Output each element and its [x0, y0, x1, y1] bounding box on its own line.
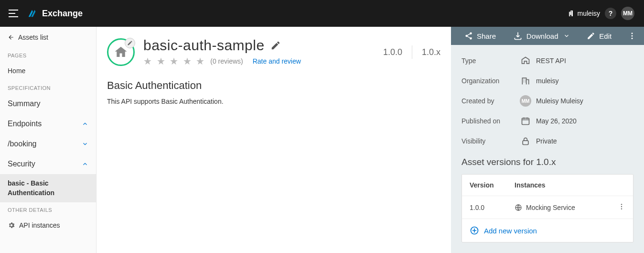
menu-toggle-button[interactable]: [0, 0, 27, 27]
creator-avatar: MM: [520, 95, 531, 107]
back-to-assets-link[interactable]: Assets list: [0, 27, 96, 48]
sidebar-item-summary[interactable]: Summary: [0, 94, 96, 114]
api-instances-label: API instances: [19, 221, 60, 229]
lock-icon: [519, 136, 532, 146]
main-content: basic-auth-sample ★ ★ ★ ★ ★ (0 reviews) …: [97, 27, 451, 253]
business-group-label: muleisy: [578, 10, 600, 17]
meta-row-published: Published on May 26, 2020: [462, 111, 633, 131]
svg-point-8: [621, 208, 622, 209]
business-group-selector[interactable]: muleisy: [567, 10, 600, 17]
download-icon: [513, 31, 523, 41]
calendar-icon: [519, 116, 532, 126]
meta-type-label: Type: [462, 57, 519, 65]
home-label: Home: [8, 67, 25, 75]
col-version: Version: [470, 181, 515, 189]
asset-title: basic-auth-sample: [143, 37, 265, 54]
meta-created-label: Created by: [462, 97, 519, 105]
basic-auth-label: basic - Basic Authentication: [8, 179, 88, 198]
exchange-logo-icon: [27, 8, 37, 19]
download-label: Download: [526, 32, 558, 40]
chevron-down-icon: [563, 33, 570, 39]
share-icon: [464, 32, 473, 40]
svg-point-1: [632, 35, 633, 37]
more-actions-button[interactable]: [624, 28, 640, 44]
sidebar-item-booking[interactable]: /booking: [0, 134, 96, 154]
topbar: Exchange muleisy ? MM: [0, 0, 644, 27]
version-row[interactable]: 1.0.0 Mocking Service: [462, 196, 633, 219]
sidebar-section-pages: PAGES: [0, 48, 96, 61]
meta-published-value: May 26, 2020: [536, 117, 577, 125]
svg-rect-3: [522, 118, 529, 124]
globe-icon: [515, 204, 522, 211]
meta-published-label: Published on: [462, 117, 519, 125]
metadata-panel: Type REST API Organization muleisy Creat…: [451, 45, 644, 253]
download-button[interactable]: Download: [508, 28, 575, 44]
avatar-initials: MM: [623, 10, 633, 17]
share-button[interactable]: Share: [460, 29, 501, 43]
svg-rect-4: [523, 141, 528, 144]
more-vertical-icon: [628, 32, 636, 40]
svg-point-0: [632, 33, 633, 34]
sidebar-item-basic-auth[interactable]: basic - Basic Authentication: [0, 174, 96, 202]
asset-versions-heading: Asset versions for 1.0.x: [462, 157, 633, 167]
more-vertical-icon: [618, 203, 625, 210]
sidebar-item-home[interactable]: Home: [0, 61, 96, 80]
rate-review-link[interactable]: Rate and review: [253, 57, 301, 65]
pencil-icon: [587, 32, 595, 40]
chevron-down-icon: [82, 141, 88, 147]
sidebar: Assets list PAGES Home SPECIFICATION Sum…: [0, 27, 97, 253]
row-instance: Mocking Service: [526, 204, 575, 211]
meta-org-value: muleisy: [536, 77, 558, 85]
star-rating: ★ ★ ★ ★ ★: [143, 55, 205, 67]
endpoints-label: Endpoints: [8, 120, 42, 128]
edit-title-button[interactable]: [270, 40, 281, 51]
user-avatar[interactable]: MM: [621, 7, 634, 20]
summary-label: Summary: [8, 99, 40, 108]
app-name: Exchange: [42, 9, 83, 19]
reviews-count: (0 reviews): [210, 57, 243, 65]
meta-org-label: Organization: [462, 77, 519, 85]
row-version: 1.0.0: [470, 204, 515, 211]
version-branch[interactable]: 1.0.x: [422, 47, 440, 57]
add-version-button[interactable]: Add new version: [462, 219, 633, 242]
sidebar-section-other: OTHER DETAILS: [0, 202, 96, 216]
edit-button[interactable]: Edit: [582, 29, 616, 43]
meta-row-created: Created by MM Muleisy Muleisy: [462, 91, 633, 111]
edit-label: Edit: [599, 32, 612, 40]
sidebar-section-specification: SPECIFICATION: [0, 80, 96, 94]
version-switcher: 1.0.0 1.0.x: [383, 45, 440, 59]
chevron-up-icon: [82, 121, 88, 127]
current-version[interactable]: 1.0.0: [383, 47, 402, 57]
pencil-icon: [127, 40, 133, 46]
help-icon: ?: [609, 10, 613, 17]
sidebar-item-security[interactable]: Security: [0, 154, 96, 174]
versions-table: Version Instances 1.0.0 Mocking Service …: [462, 174, 633, 242]
meta-row-visibility: Visibility Private: [462, 131, 633, 151]
meta-visibility-value: Private: [536, 137, 557, 145]
arrow-left-icon: [8, 34, 14, 41]
versions-table-header: Version Instances: [462, 175, 633, 196]
meta-created-value: Muleisy Muleisy: [536, 97, 583, 105]
sidebar-item-api-instances[interactable]: API instances: [0, 216, 96, 235]
meta-row-type: Type REST API: [462, 51, 633, 71]
asset-title-row: basic-auth-sample: [143, 37, 375, 54]
add-version-label: Add new version: [484, 227, 537, 235]
meta-visibility-label: Visibility: [462, 137, 519, 145]
app-logo[interactable]: Exchange: [27, 8, 83, 19]
page-heading: Basic Authentication: [107, 79, 440, 92]
svg-point-7: [621, 206, 622, 207]
edit-icon-badge[interactable]: [125, 38, 135, 48]
gear-icon: [8, 221, 15, 229]
svg-point-6: [621, 204, 622, 205]
divider: [412, 45, 412, 59]
asset-icon[interactable]: [107, 38, 135, 66]
plus-circle-icon: [470, 226, 479, 235]
row-menu-button[interactable]: [618, 203, 625, 212]
sidebar-item-endpoints[interactable]: Endpoints: [0, 114, 96, 134]
chevron-up-icon: [82, 161, 88, 167]
house-icon: [114, 45, 128, 59]
right-panel: Share Download Edit Type REST API: [451, 27, 644, 253]
booking-label: /booking: [8, 140, 37, 148]
meta-row-org: Organization muleisy: [462, 71, 633, 91]
help-button[interactable]: ?: [605, 8, 616, 19]
